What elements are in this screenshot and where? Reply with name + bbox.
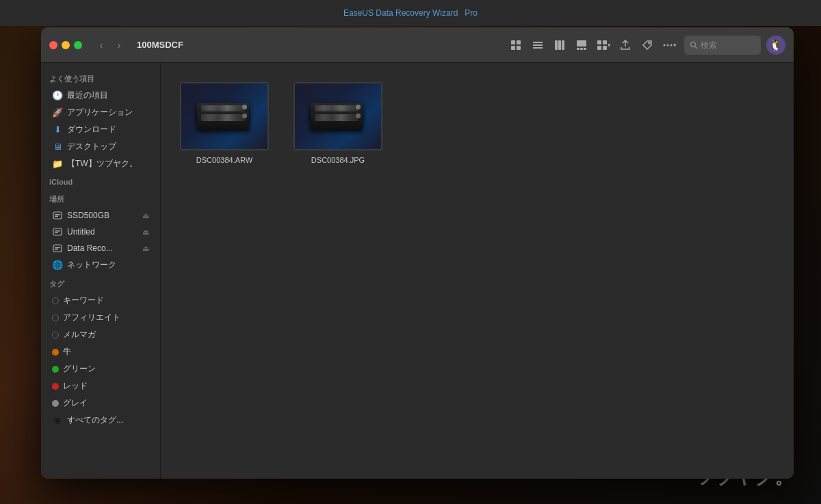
svg-rect-10 <box>577 40 586 47</box>
sidebar-item-affiliate[interactable]: アフィリエイト <box>44 309 157 326</box>
untitled-icon <box>52 226 63 237</box>
view-columns-button[interactable] <box>550 36 569 55</box>
tag-dot-cow <box>52 349 59 356</box>
eject-datareco[interactable]: ⏏ <box>142 244 149 253</box>
svg-rect-9 <box>562 40 564 50</box>
tag-dot-green <box>52 366 59 373</box>
sidebar-label-all-tags: すべてのタグ... <box>67 414 123 426</box>
sidebar-label-ssd500gb: SSD500GB <box>67 211 109 220</box>
close-button[interactable] <box>49 41 57 49</box>
finder-window: ‹ › 100MSDCF ▾ <box>41 27 794 479</box>
sidebar-item-downloads[interactable]: ⬇ ダウンロード <box>44 121 157 138</box>
sidebar-label-mailmag: メルマガ <box>63 329 96 341</box>
icloud-label: iCloud <box>41 172 160 189</box>
sidebar-item-desktop[interactable]: 🖥 デスクトップ <box>44 138 157 155</box>
sidebar-item-cow[interactable]: 牛 <box>44 343 157 360</box>
view-list-button[interactable] <box>528 36 547 55</box>
eject-untitled[interactable]: ⏏ <box>142 228 149 237</box>
sidebar-item-network[interactable]: 🌐 ネットワーク <box>44 256 157 274</box>
group-button[interactable]: ▾ <box>594 36 613 55</box>
sidebar-label-recent: 最近の項目 <box>67 90 108 101</box>
sidebar-item-gray[interactable]: グレイ <box>44 395 157 412</box>
svg-point-18 <box>649 42 650 44</box>
search-box[interactable] <box>684 36 761 55</box>
nav-buttons: ‹ › <box>93 37 127 53</box>
sidebar-item-ssd500gb[interactable]: SSD500GB ⏏ <box>44 207 157 224</box>
file-name-arw: DSC00384.ARW <box>196 156 252 164</box>
search-icon <box>690 41 698 49</box>
view-gallery-button[interactable] <box>572 36 591 55</box>
sidebar-item-mailmag[interactable]: メルマガ <box>44 326 157 343</box>
file-thumbnail-jpg <box>294 82 382 150</box>
thumbnail-inner-jpg <box>295 83 381 149</box>
svg-rect-31 <box>55 247 60 248</box>
toolbar-icons: ▾ ▾ <box>506 36 679 55</box>
tag-dot-mailmag <box>52 332 59 339</box>
datareco-icon <box>52 243 63 254</box>
sidebar-label-downloads: ダウンロード <box>67 124 116 135</box>
svg-rect-32 <box>55 249 58 250</box>
sidebar-item-untitled[interactable]: Untitled ⏏ <box>44 224 157 240</box>
svg-rect-11 <box>577 48 579 50</box>
file-grid: DSC00384.ARW <box>174 77 780 170</box>
svg-rect-0 <box>511 40 515 44</box>
tw-folder-icon: 📁 <box>52 159 63 170</box>
svg-rect-24 <box>53 212 62 219</box>
svg-point-20 <box>666 44 668 46</box>
share-button[interactable] <box>616 36 635 55</box>
sidebar-item-all-tags[interactable]: ◎ すべてのタグ... <box>44 412 157 429</box>
svg-rect-25 <box>55 214 60 215</box>
svg-rect-17 <box>603 46 607 50</box>
all-tags-icon: ◎ <box>52 415 63 426</box>
path-title: 100MSDCF <box>137 40 183 50</box>
tag-dot-red <box>52 383 59 390</box>
sidebar-label-network: ネットワーク <box>67 259 116 271</box>
back-button[interactable]: ‹ <box>93 37 109 53</box>
svg-point-22 <box>691 42 696 47</box>
sidebar-item-red[interactable]: レッド <box>44 377 157 395</box>
svg-rect-5 <box>533 44 543 46</box>
svg-rect-13 <box>584 48 586 50</box>
sidebar-label-green: グリーン <box>63 363 96 375</box>
title-bar: ‹ › 100MSDCF ▾ <box>41 27 794 63</box>
file-thumbnail-arw <box>180 82 269 150</box>
sidebar-item-tw[interactable]: 📁 【TW】ツブヤク。 <box>44 155 157 172</box>
sidebar-item-datareco[interactable]: Data Reco... ⏏ <box>44 240 157 256</box>
sidebar-item-green[interactable]: グリーン <box>44 360 157 377</box>
file-item-jpg[interactable]: DSC00384.JPG <box>288 77 388 170</box>
svg-rect-15 <box>603 40 607 44</box>
recent-icon: 🕐 <box>52 90 63 101</box>
tag-button[interactable] <box>638 36 657 55</box>
svg-rect-2 <box>511 46 515 50</box>
forward-button[interactable]: › <box>111 37 127 53</box>
tag-dot-affiliate <box>52 315 59 321</box>
app-title-text: EaseUS Data Recovery Wizard <box>343 8 458 18</box>
tags-label: タグ <box>41 274 160 292</box>
traffic-lights <box>49 41 82 49</box>
sidebar-label-keyword: キーワード <box>63 295 104 306</box>
view-grid-button[interactable] <box>506 36 525 55</box>
thumbnail-inner-arw <box>181 83 268 149</box>
svg-rect-12 <box>580 48 583 50</box>
eject-ssd500gb[interactable]: ⏏ <box>142 211 149 220</box>
svg-point-19 <box>663 44 665 46</box>
search-input[interactable] <box>701 40 755 50</box>
applications-icon: 🚀 <box>52 107 63 118</box>
file-name-jpg: DSC00384.JPG <box>311 156 365 164</box>
sidebar-label-datareco: Data Reco... <box>67 243 113 253</box>
sidebar-item-recent[interactable]: 🕐 最近の項目 <box>44 87 157 104</box>
sidebar-item-keyword[interactable]: キーワード <box>44 292 157 309</box>
device-image-jpg <box>295 83 381 149</box>
more-button[interactable]: ▾ <box>660 36 679 55</box>
maximize-button[interactable] <box>74 41 82 49</box>
desktop-icon: 🖥 <box>52 142 63 152</box>
sidebar: よく使う項目 🕐 最近の項目 🚀 アプリケーション ⬇ ダウンロード 🖥 デスク… <box>41 63 161 479</box>
svg-rect-7 <box>555 40 558 50</box>
main-content: よく使う項目 🕐 最近の項目 🚀 アプリケーション ⬇ ダウンロード 🖥 デスク… <box>41 63 794 479</box>
sidebar-item-applications[interactable]: 🚀 アプリケーション <box>44 104 157 121</box>
sidebar-label-gray: グレイ <box>63 397 88 409</box>
file-item-arw[interactable]: DSC00384.ARW <box>174 77 274 170</box>
avatar: 🐧 <box>766 36 785 55</box>
minimize-button[interactable] <box>62 41 70 49</box>
svg-line-23 <box>695 46 698 49</box>
